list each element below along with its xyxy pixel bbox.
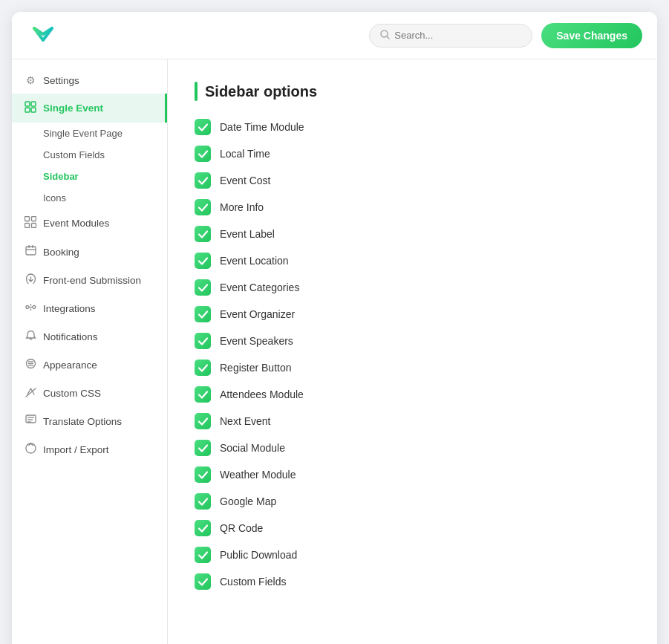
svg-rect-11 [26, 247, 36, 255]
checkbox-checked-more-info[interactable] [195, 199, 211, 215]
single-event-icon [24, 101, 37, 115]
sidebar-item-label: Import / Export [43, 444, 109, 455]
checkbox-item[interactable]: Social Module [195, 440, 630, 456]
checkbox-label-event-location: Event Location [220, 255, 289, 267]
sidebar-item-frontend-submission[interactable]: Front-end Submission [12, 266, 167, 294]
checkbox-item[interactable]: Event Cost [195, 172, 630, 189]
checkbox-item[interactable]: Event Label [195, 226, 630, 242]
checkbox-item[interactable]: Public Download [195, 547, 630, 563]
sidebar-item-label: Booking [43, 247, 79, 258]
checkbox-checked-qr-code[interactable] [195, 520, 211, 536]
sidebar-item-settings[interactable]: ⚙ Settings [12, 67, 167, 94]
checkbox-item[interactable]: Next Event [195, 413, 630, 429]
checkbox-list: Date Time Module Local Time Event Cost [195, 119, 630, 590]
checkbox-item[interactable]: Register Button [195, 360, 630, 376]
sidebar-item-label: Settings [43, 75, 79, 86]
checkbox-item[interactable]: QR Code [195, 520, 630, 536]
svg-rect-5 [25, 108, 30, 112]
sidebar-subitem-sidebar[interactable]: Sidebar [43, 166, 167, 187]
checkbox-checked-register-button[interactable] [195, 360, 211, 376]
checkbox-item[interactable]: Event Location [195, 253, 630, 269]
svg-line-24 [26, 388, 36, 397]
checkbox-checked-event-label[interactable] [195, 226, 211, 242]
svg-rect-3 [25, 102, 30, 106]
sidebar-item-label: Front-end Submission [43, 275, 141, 286]
event-modules-icon [24, 216, 37, 230]
checkbox-label-event-categories: Event Categories [220, 282, 299, 293]
gear-icon: ⚙ [24, 74, 37, 86]
import-export-icon [24, 443, 37, 456]
main-content: Sidebar options Date Time Module Local T… [168, 59, 657, 644]
booking-icon [24, 245, 37, 258]
save-button[interactable]: Save Changes [541, 23, 642, 48]
checkbox-checked-attendees-module[interactable] [195, 386, 211, 403]
checkbox-checked-google-map[interactable] [195, 493, 211, 510]
checkbox-item[interactable]: Event Speakers [195, 333, 630, 349]
custom-css-icon [24, 386, 37, 400]
sidebar-item-custom-css[interactable]: Custom CSS [12, 379, 167, 407]
sidebar-item-label: Single Event [43, 103, 103, 114]
checkbox-item[interactable]: Google Map [195, 493, 630, 510]
body-layout: ⚙ Settings Single Event Single Event Pag… [12, 59, 657, 644]
search-input[interactable] [394, 30, 521, 41]
checkbox-checked-custom-fields[interactable] [195, 573, 211, 590]
notifications-icon [24, 330, 37, 343]
svg-line-2 [387, 36, 390, 39]
checkbox-checked-event-organizer[interactable] [195, 306, 211, 322]
section-title: Sidebar options [195, 82, 630, 101]
section-title-text: Sidebar options [205, 83, 317, 100]
sidebar-item-translate-options[interactable]: Translate Options [12, 407, 167, 435]
sidebar-item-event-modules[interactable]: Event Modules [12, 209, 167, 238]
svg-rect-9 [25, 224, 30, 228]
sidebar-item-label: Custom CSS [43, 388, 101, 399]
checkbox-item[interactable]: Local Time [195, 146, 630, 162]
checkbox-label-event-speakers: Event Speakers [220, 335, 293, 347]
translate-icon [24, 414, 37, 428]
checkbox-checked-event-speakers[interactable] [195, 333, 211, 349]
sidebar-item-single-event[interactable]: Single Event [12, 94, 167, 123]
sidebar-subitem-custom-fields[interactable]: Custom Fields [43, 144, 167, 166]
sidebar-item-notifications[interactable]: Notifications [12, 322, 167, 351]
sidebar-subitem-single-event-page[interactable]: Single Event Page [43, 123, 167, 144]
appearance-icon [24, 358, 37, 371]
checkbox-label-register-button: Register Button [220, 362, 292, 374]
checkbox-item[interactable]: Attendees Module [195, 386, 630, 403]
search-icon [380, 30, 390, 42]
sidebar-subitem-icons[interactable]: Icons [43, 187, 167, 209]
search-bar [369, 24, 532, 48]
checkbox-checked-social-module[interactable] [195, 440, 211, 456]
checkbox-label-attendees-module: Attendees Module [220, 388, 304, 400]
checkbox-checked-public-download[interactable] [195, 547, 211, 563]
checkbox-item[interactable]: Event Categories [195, 279, 630, 296]
header: Save Changes [12, 12, 657, 59]
checkbox-label-public-download: Public Download [220, 549, 297, 561]
checkbox-checked-event-cost[interactable] [195, 172, 211, 189]
sidebar: ⚙ Settings Single Event Single Event Pag… [12, 59, 168, 644]
checkbox-item[interactable]: Custom Fields [195, 573, 630, 590]
checkbox-checked-next-event[interactable] [195, 413, 211, 429]
sidebar-item-label: Notifications [43, 331, 98, 342]
checkbox-checked-weather-module[interactable] [195, 466, 211, 483]
section-title-bar [195, 82, 198, 101]
frontend-icon [24, 273, 37, 287]
svg-point-15 [26, 306, 29, 309]
checkbox-item[interactable]: Event Organizer [195, 306, 630, 322]
checkbox-checked-event-location[interactable] [195, 253, 211, 269]
sidebar-item-booking[interactable]: Booking [12, 238, 167, 266]
checkbox-label-google-map: Google Map [220, 495, 276, 507]
checkbox-label-event-label: Event Label [220, 228, 275, 240]
sidebar-item-label: Event Modules [43, 218, 109, 229]
sidebar-item-appearance[interactable]: Appearance [12, 351, 167, 379]
sidebar-item-import-export[interactable]: Import / Export [12, 435, 167, 464]
checkbox-item[interactable]: More Info [195, 199, 630, 215]
checkbox-checked-local-time[interactable] [195, 146, 211, 162]
checkbox-checked-date-time-module[interactable] [195, 119, 211, 135]
sidebar-subitems-single-event: Single Event Page Custom Fields Sidebar … [12, 123, 167, 209]
svg-point-16 [33, 306, 36, 309]
checkbox-item[interactable]: Date Time Module [195, 119, 630, 135]
checkbox-label-date-time-module: Date Time Module [220, 121, 304, 133]
checkbox-item[interactable]: Weather Module [195, 466, 630, 483]
sidebar-item-integrations[interactable]: Integrations [12, 294, 167, 322]
checkbox-checked-event-categories[interactable] [195, 279, 211, 296]
svg-rect-4 [31, 102, 36, 106]
